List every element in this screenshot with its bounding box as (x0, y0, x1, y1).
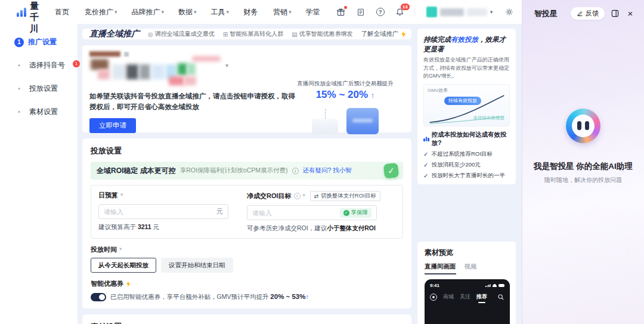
guarantee-badge: ✓ 享保障 (340, 208, 372, 218)
nav-item-finance[interactable]: 财务 (243, 7, 259, 17)
learn-more-link[interactable]: 了解全域推广 (361, 30, 406, 38)
uplift-stat-block: 直播间投放全域推广后预计交易额提升 15% ~ 20% ↑ (290, 80, 401, 134)
phone-tab-mall[interactable]: 商城 (443, 293, 454, 301)
tab-video[interactable]: 视频 (465, 263, 477, 274)
chevron-down-icon: ▾ (289, 9, 292, 15)
nav-item-home[interactable]: 首页 (55, 7, 70, 17)
assistant-subline: 随时随地，解决你的投放问题 (544, 176, 622, 184)
chevron-down-icon: ▾ (490, 9, 493, 15)
material-preview-panel: 素材预览 直播间画面 视频 9:41 商城 关注 (417, 242, 516, 324)
nav-item-academy[interactable]: 学堂 (306, 7, 321, 17)
feature-tag: ▤ 优享智能优惠券增发 (292, 30, 352, 38)
check-icon: ✓ (343, 210, 349, 216)
form-fields-box: 日预算 * 元 建议预算高于 3211 元 净成交ROI目标 i (91, 185, 403, 239)
feature-tag: ⊞ 智能拓展高转化人群 (223, 30, 283, 38)
gift-icon[interactable] (336, 7, 346, 17)
phone-tab-follow[interactable]: 关注 (460, 293, 470, 301)
feature-tag: ◎ 调控全域流量成交最优 (148, 30, 215, 38)
schedule-label-row: 投放时间 * (91, 245, 403, 254)
search-icon[interactable] (497, 294, 504, 301)
checklist-item: ✓ 投放消耗至少200元 (423, 161, 510, 169)
lightning-icon (126, 281, 131, 287)
blurred-edit-icon (124, 52, 129, 57)
document-icon[interactable] (355, 7, 366, 17)
blurred-account-id (467, 8, 487, 16)
sidebar-item-promotion-settings[interactable]: 1 推广设置 (14, 37, 78, 47)
delivery-settings-card: 投放设置 全域ROI稳定 成本更可控 享ROI保障福利(计划按oCPM展示付费)… (82, 138, 411, 308)
phone-mockup: 9:41 商城 关注 推荐 (425, 279, 510, 324)
top-navbar: 巨量千川 首页 竞价推广▾ 品牌推广▾ 数据▾ 工具▾ 财务 营销▾ 学堂 ? … (0, 0, 522, 24)
live-icon[interactable] (430, 294, 437, 301)
material-settings-card: 素材设置 添加素材 (82, 314, 411, 324)
sidebar-item-delivery-settings[interactable]: • 投放设置 (14, 84, 78, 94)
uplift-caption: 直播间投放全域推广后预计交易额提升 (290, 80, 401, 88)
switch-roi-target-button[interactable]: ⇄ 切换整体支付ROI目标 (310, 191, 380, 201)
notification-dot (344, 6, 347, 9)
required-mark: * (303, 193, 305, 200)
roi-hint: 可参考历史净成交ROI，建议小于整体支付ROI (247, 224, 395, 233)
promo-title: 持续完成有效投放，效果才更显著 (423, 35, 510, 54)
baseline-bar (312, 119, 338, 134)
nav-item-tools[interactable]: 工具▾ (211, 7, 230, 17)
avatar (426, 7, 437, 17)
signal-icon (485, 284, 491, 287)
feedback-button[interactable]: 反馈 (571, 7, 605, 20)
sidebar-item-select-douyin[interactable]: • 选择抖音号 1 (14, 60, 78, 70)
chevron-down-icon: ▾ (194, 9, 197, 15)
check-icon: ✓ (423, 172, 428, 179)
authorization-hint-text: 如希望关联该抖音号投放直播全域推广，请点击按钮申请授权，取得授权后，即可开启省心… (89, 91, 297, 113)
help-icon[interactable]: ? (375, 7, 386, 17)
sidebar-item-material-settings[interactable]: • 素材设置 (14, 107, 78, 117)
nav-item-marketing[interactable]: 营销▾ (273, 7, 292, 17)
page-header-card: 直播全域推广 ◎ 调控全域流量成交最优 ⊞ 智能拓展高转化人群 ▤ 优享智能优惠… (82, 29, 411, 39)
gear-icon[interactable] (504, 7, 515, 17)
check-icon: ✓ (423, 151, 428, 158)
uplift-bars-graphic (290, 103, 401, 134)
preview-title: 素材预览 (425, 248, 509, 258)
ai-assistant-panel: 智投星 反馈 × 我是智投星 你的全能AI助理 随时随地，解决你的投放问题 (522, 0, 644, 324)
check-seal-icon: ✓ (383, 163, 399, 178)
swap-icon: ⇄ (314, 193, 319, 199)
nav-item-data[interactable]: 数据▾ (178, 7, 197, 17)
phone-time: 9:41 (430, 283, 439, 288)
bell-icon[interactable]: 13 (395, 7, 405, 17)
set-date-range-button[interactable]: 设置开始和结束日期 (161, 258, 233, 273)
boosted-bar (346, 108, 379, 134)
phone-status-icons (485, 284, 504, 287)
field-label: 净成交ROI目标 (247, 192, 292, 200)
nav-item-bidding[interactable]: 竞价推广▾ (85, 7, 117, 17)
daily-budget-input[interactable] (104, 208, 216, 215)
douyin-account-card: ▾ 如希望关联该抖音号投放直播全域推广，请点击按钮申请授权，取得授权后，即可开启… (82, 45, 411, 132)
divider (414, 7, 415, 17)
uplift-value: 15% ~ 20% ↑ (290, 89, 401, 101)
assistant-title: 智投星 (534, 8, 558, 19)
long-term-delivery-button[interactable]: 从今天起长期投放 (91, 258, 156, 273)
arrow-up-icon: ↑ (305, 293, 308, 300)
phone-tab-recommend[interactable]: 推荐 (476, 293, 487, 301)
chevron-down-icon[interactable]: ▾ (225, 62, 228, 69)
close-icon[interactable]: × (625, 8, 636, 19)
roi-target-input[interactable] (252, 209, 340, 217)
checklist-item: ✓ 投放时长大于直播时长的一半 (423, 172, 510, 180)
tab-live-screen[interactable]: 直播间画面 (425, 263, 456, 274)
checklist-item: ✓ 不超过系统推荐ROI目标 (423, 150, 510, 158)
dock-panel-icon[interactable] (609, 8, 620, 19)
daily-budget-input-wrap: 元 (98, 204, 228, 219)
nav-item-brand[interactable]: 品牌推广▾ (132, 7, 165, 17)
required-mark: * (119, 246, 122, 254)
main-content: 直播全域推广 ◎ 调控全域流量成交最优 ⊞ 智能拓展高转化人群 ▤ 优享智能优惠… (78, 24, 522, 324)
apply-now-button[interactable]: 立即申请 (89, 118, 136, 133)
wifi-icon (493, 284, 497, 287)
assistant-mascot (566, 109, 600, 143)
coupon-status-text: 已启用智能优惠券，享平台额外补贴，GMV预计平均提升 20% ~ 53%↑ (110, 293, 309, 301)
field-label: 日预算 (98, 191, 118, 200)
gmv-trend-chart: GMV效果 持续有效投放 未持续有效投放 (423, 84, 510, 126)
account-switcher[interactable]: ▾ (426, 7, 493, 17)
ask-assistant-link[interactable]: 还有疑问? 找小智 (303, 166, 352, 175)
expand-audience-icon: ⊞ (223, 31, 228, 38)
target-icon: ◎ (148, 31, 153, 38)
smart-coupon-toggle[interactable] (91, 293, 106, 301)
roi-guarantee-banner: 全域ROI稳定 成本更可控 享ROI保障福利(计划按oCPM展示付费) i 还有… (91, 162, 403, 180)
roi-target-field: 净成交ROI目标 i * ⇄ 切换整体支付ROI目标 ✓ 享保障 (247, 191, 395, 233)
roi-target-input-wrap: ✓ 享保障 (247, 205, 377, 220)
